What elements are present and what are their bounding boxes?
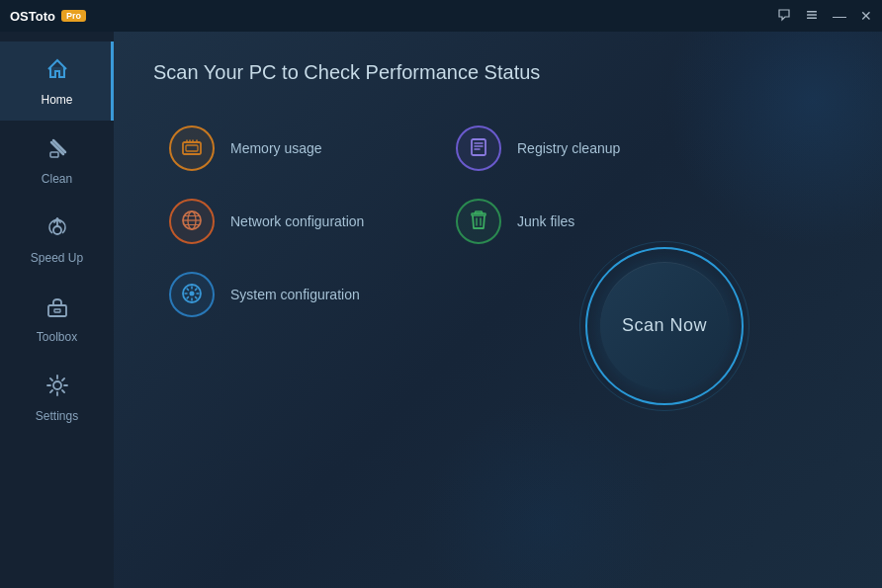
- svg-rect-5: [48, 305, 66, 316]
- list-button[interactable]: [805, 8, 819, 24]
- svg-rect-0: [807, 11, 817, 13]
- title-bar-controls: — ✕: [777, 8, 872, 24]
- system-icon-wrapper: [169, 272, 215, 317]
- home-icon: [44, 55, 71, 87]
- svg-rect-3: [50, 152, 58, 157]
- sidebar-label-clean: Clean: [42, 172, 72, 186]
- system-configuration-label: System configuration: [230, 287, 360, 302]
- page-title: Scan Your PC to Check Performance Status: [153, 61, 842, 84]
- main-layout: Home Clean Speed Up: [0, 32, 882, 588]
- svg-point-18: [190, 291, 195, 295]
- sidebar-item-speedup[interactable]: Speed Up: [0, 200, 114, 279]
- scan-button-area: Scan Now: [585, 247, 744, 405]
- feature-registry-cleanup[interactable]: Registry cleanup: [440, 112, 727, 185]
- svg-rect-6: [54, 309, 60, 312]
- chat-button[interactable]: [777, 8, 791, 24]
- memory-icon-wrapper: [169, 126, 215, 171]
- sidebar-label-settings: Settings: [36, 409, 78, 423]
- sidebar-label-toolbox: Toolbox: [37, 330, 77, 344]
- svg-rect-16: [472, 213, 485, 215]
- clean-icon: [44, 134, 71, 166]
- sidebar-label-home: Home: [41, 93, 72, 107]
- svg-rect-9: [186, 145, 198, 151]
- registry-icon: [467, 135, 490, 162]
- scan-outer-ring: Scan Now: [585, 247, 744, 405]
- feature-memory-usage[interactable]: Memory usage: [153, 112, 440, 185]
- sidebar-label-speedup: Speed Up: [31, 251, 83, 265]
- sidebar: Home Clean Speed Up: [0, 32, 114, 588]
- network-configuration-label: Network configuration: [230, 213, 364, 229]
- junk-icon-wrapper: [456, 199, 501, 244]
- registry-cleanup-label: Registry cleanup: [517, 140, 620, 156]
- sidebar-item-home[interactable]: Home: [0, 42, 114, 121]
- content-area: Scan Your PC to Check Performance Status…: [114, 32, 882, 588]
- system-icon: [180, 282, 204, 308]
- sidebar-item-settings[interactable]: Settings: [0, 358, 114, 437]
- minimize-button[interactable]: —: [833, 9, 846, 23]
- svg-rect-1: [807, 14, 817, 16]
- svg-rect-2: [807, 18, 817, 20]
- close-button[interactable]: ✕: [860, 9, 872, 23]
- sidebar-item-clean[interactable]: Clean: [0, 121, 114, 200]
- junk-files-label: Junk files: [517, 213, 574, 229]
- registry-icon-wrapper: [456, 126, 501, 171]
- speedup-icon: [44, 213, 71, 245]
- feature-network-configuration[interactable]: Network configuration: [153, 185, 440, 258]
- svg-point-4: [53, 226, 61, 234]
- junk-icon: [467, 209, 490, 235]
- memory-usage-label: Memory usage: [230, 140, 322, 156]
- pro-badge: Pro: [61, 10, 86, 22]
- toolbox-icon: [44, 293, 71, 324]
- feature-system-configuration[interactable]: System configuration: [153, 258, 440, 331]
- network-icon: [180, 209, 204, 235]
- title-bar: OSToto Pro — ✕: [0, 0, 882, 32]
- title-bar-left: OSToto Pro: [10, 9, 86, 24]
- svg-rect-10: [472, 139, 485, 155]
- scan-now-button[interactable]: Scan Now: [600, 262, 729, 390]
- network-icon-wrapper: [169, 199, 215, 244]
- app-name: OSToto: [10, 9, 55, 24]
- settings-icon: [44, 372, 71, 403]
- memory-icon: [180, 135, 204, 162]
- svg-point-7: [53, 381, 61, 389]
- sidebar-item-toolbox[interactable]: Toolbox: [0, 279, 114, 358]
